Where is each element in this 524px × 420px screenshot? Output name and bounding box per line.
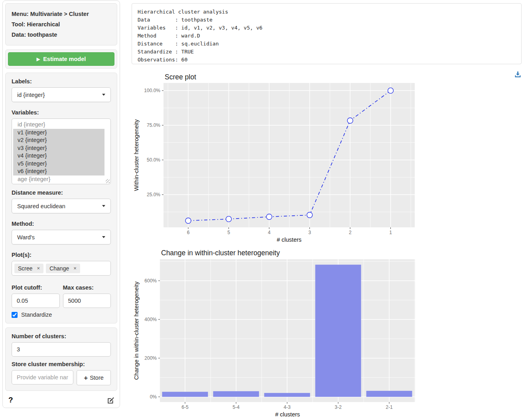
plot-tag-label: Scree	[18, 265, 33, 272]
labels-select[interactable]: id {integer}	[12, 87, 111, 102]
variables-option[interactable]: v4 {integer}	[13, 152, 104, 160]
x-tick-label: 3	[308, 230, 311, 235]
help-row: ?	[5, 395, 117, 406]
plot-tag-label: Change	[49, 265, 69, 272]
plot-tag[interactable]: Scree×	[14, 264, 43, 273]
plots-label: Plot(s):	[12, 252, 111, 258]
method-group: Method: Ward's	[12, 221, 111, 245]
y-axis-title: Change in within-cluster heterogeneity	[133, 281, 140, 380]
data-point	[226, 216, 232, 222]
bar	[366, 391, 412, 397]
data-point	[347, 118, 353, 123]
edit-report-icon[interactable]	[107, 396, 114, 404]
variables-option[interactable]: v3 {integer}	[13, 144, 104, 152]
variables-option[interactable]: v6 {integer}	[13, 168, 104, 175]
y-tick-label: 200%	[144, 355, 157, 361]
number-of-clusters-input[interactable]	[12, 342, 111, 357]
help-icon[interactable]: ?	[8, 396, 13, 404]
x-tick-label: 2-1	[386, 404, 393, 410]
bar	[264, 393, 310, 397]
max-cases-group: Max cases:	[63, 284, 111, 308]
resize-handle[interactable]	[106, 179, 110, 183]
bar	[162, 392, 208, 397]
variables-option[interactable]: age {integer}	[13, 175, 104, 183]
x-tick-label: 6	[187, 230, 190, 235]
data-point	[388, 88, 394, 93]
distance-group: Distance measure: Squared euclidean	[12, 189, 111, 213]
labels-select-value: id {integer}	[17, 92, 45, 98]
y-tick-label: 0%	[150, 394, 157, 400]
menu-breadcrumb: Menu: Multivariate > Cluster	[12, 9, 111, 19]
store-button[interactable]: + Store	[77, 370, 111, 385]
plot-tag[interactable]: Change×	[46, 264, 80, 273]
x-axis-title: # clusters	[275, 411, 300, 418]
plot-panel	[164, 83, 415, 227]
method-select[interactable]: Ward's	[12, 230, 111, 245]
caret-down-icon	[102, 205, 105, 207]
controls-panel: Labels: id {integer} Variables: id {inte…	[5, 73, 117, 323]
x-tick-label: 6-5	[181, 404, 189, 410]
plot-cutoff-input[interactable]	[12, 294, 60, 308]
model-info-panel: Menu: Multivariate > Cluster Tool: Hiera…	[5, 3, 117, 45]
plus-icon: +	[84, 375, 88, 381]
variables-label: Variables:	[12, 109, 111, 116]
y-tick-label: 75.0%	[147, 122, 160, 128]
labels-label: Labels:	[12, 78, 111, 85]
y-tick-label: 100.0%	[144, 88, 160, 93]
estimate-model-button[interactable]: ▶ Estimate model	[8, 52, 114, 66]
distance-measure-select[interactable]: Squared euclidean	[12, 199, 111, 213]
x-tick-label: 4-3	[284, 404, 291, 410]
remove-tag-icon[interactable]: ×	[73, 265, 77, 271]
cutoff-maxcases-row: Plot cutoff: Max cases:	[12, 284, 111, 308]
variables-option[interactable]: v1 {integer}	[13, 129, 104, 137]
max-cases-label: Max cases:	[63, 284, 111, 291]
distance-measure-label: Distance measure:	[12, 189, 111, 196]
clusters-panel: Number of clusters: Store cluster member…	[5, 327, 117, 391]
plot-cutoff-label: Plot cutoff:	[12, 284, 60, 291]
variables-option[interactable]: v2 {integer}	[13, 136, 104, 144]
remove-tag-icon[interactable]: ×	[37, 265, 40, 271]
data-point	[185, 218, 191, 223]
variables-option[interactable]: v5 {integer}	[13, 160, 104, 168]
max-cases-input[interactable]	[63, 294, 111, 308]
estimate-model-label: Estimate model	[43, 56, 86, 62]
number-of-clusters-label: Number of clusters:	[12, 333, 111, 339]
bar	[213, 391, 259, 397]
plot-cutoff-group: Plot cutoff:	[12, 284, 60, 308]
y-tick-label: 25.0%	[147, 192, 160, 197]
store-membership-label: Store cluster membership:	[12, 361, 111, 367]
scree-plot: Scree plot65432125.0%50.0%75.0%100.0%# c…	[132, 71, 416, 244]
standardize-label[interactable]: Standardize	[21, 312, 52, 318]
standardize-checkbox[interactable]	[12, 312, 18, 318]
data-point	[266, 214, 272, 220]
caret-down-icon	[102, 236, 105, 238]
x-axis-title: # clusters	[277, 237, 301, 243]
variables-listbox[interactable]: id {integer}v1 {integer}v2 {integer}v3 {…	[12, 118, 111, 184]
summary-panel: Hierarchical cluster analysis Data : too…	[132, 3, 522, 64]
change-plot: Change in within-cluster heterogeneity6-…	[132, 244, 416, 420]
estimate-panel: ▶ Estimate model	[5, 49, 117, 69]
store-button-label: Store	[90, 375, 104, 381]
plots-group: Plot(s): Scree×Change×	[12, 252, 111, 276]
x-tick-label: 3-2	[335, 404, 342, 410]
tool-info: Tool: Hierarchical	[12, 19, 111, 30]
method-label: Method:	[12, 221, 111, 227]
data-point	[307, 212, 313, 218]
y-tick-label: 600%	[144, 278, 157, 284]
summary-text: Hierarchical cluster analysis Data : too…	[138, 8, 516, 64]
sidebar-panel: Menu: Multivariate > Cluster Tool: Hiera…	[2, 0, 120, 408]
play-icon: ▶	[37, 57, 40, 61]
download-plot-button[interactable]	[514, 71, 521, 79]
download-icon	[514, 71, 521, 78]
variables-group: Variables: id {integer}v1 {integer}v2 {i…	[12, 109, 111, 184]
x-tick-label: 5	[227, 230, 230, 235]
y-axis-title: Within-cluster heterogeneity	[133, 119, 140, 191]
variables-option[interactable]: id {integer}	[13, 121, 104, 129]
x-tick-label: 2	[349, 230, 352, 235]
x-tick-label: 5-4	[232, 404, 240, 410]
chart-title: Change in within-cluster heterogeneity	[161, 249, 280, 257]
store-variable-input[interactable]	[12, 370, 73, 385]
x-tick-label: 1	[389, 230, 392, 235]
caret-down-icon	[102, 94, 105, 96]
plots-input[interactable]: Scree×Change×	[12, 261, 111, 276]
